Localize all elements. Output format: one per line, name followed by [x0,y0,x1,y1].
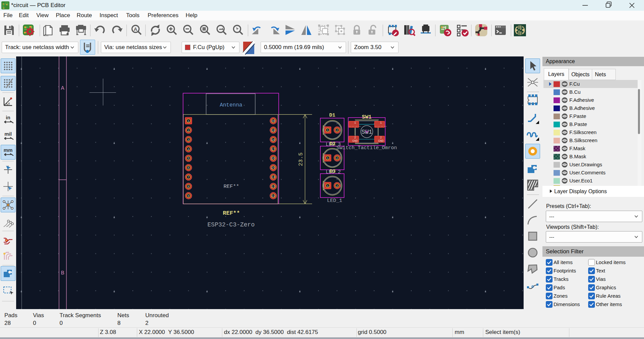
svg-text:M4 I14 VRL_R51: M4 I14 VRL_R51 [349,126,361,127]
svg-text:2: 2 [354,136,356,139]
svg-text:6: 6 [188,166,190,170]
svg-text:2: 2 [336,184,338,188]
svg-text:A: A [61,85,65,91]
svg-text:B: B [61,270,64,276]
svg-text:1: 1 [188,119,190,123]
svg-text:3: 3 [188,138,190,142]
svg-text:LED_1: LED_1 [327,198,342,204]
svg-text:8: 8 [188,185,190,188]
svg-text:26: 26 [271,157,275,160]
svg-text:2: 2 [188,129,190,132]
svg-text:25: 25 [271,166,275,170]
svg-text:27: 27 [271,147,275,151]
svg-text:1: 1 [380,121,382,125]
svg-text:ESP32-C3-Zero: ESP32-C3-Zero [207,221,255,228]
svg-text:D3: D3 [330,169,336,174]
svg-text:2: 2 [380,136,382,139]
svg-text:SW1: SW1 [362,114,372,120]
svg-text:REF**: REF** [224,183,239,189]
svg-text:θ: θ [8,102,10,105]
svg-text:mil: mil [4,131,12,137]
svg-text:24: 24 [271,175,275,179]
svg-text:M4 I14 VRL_R51: M4 I14 VRL_R51 [375,126,387,127]
svg-text:Antenna: Antenna [220,102,242,108]
svg-text:2: 2 [336,156,338,160]
svg-text:mm: mm [4,147,13,153]
svg-text:4: 4 [188,147,190,151]
svg-text:1: 1 [327,184,329,188]
svg-text:23.5: 23.5 [298,153,304,166]
svg-text:29: 29 [271,129,275,132]
svg-text:GND: GND [378,139,383,143]
svg-text:23: 23 [271,185,275,188]
svg-text:2: 2 [336,128,338,132]
svg-text:5: 5 [188,157,190,160]
svg-text:1: 1 [327,156,329,160]
svg-text:30: 30 [271,119,275,123]
svg-text:in: in [6,115,10,120]
svg-text:7: 7 [188,175,190,179]
svg-text:9: 9 [188,194,190,198]
svg-text:D2: D2 [330,141,336,147]
svg-text:1: 1 [327,128,329,132]
svg-text:28: 28 [271,138,275,142]
svg-text:D1: D1 [329,113,335,118]
svg-text:GND: GND [352,139,358,143]
svg-text:22: 22 [271,194,275,198]
svg-text:Switch_Tactile_Omron: Switch_Tactile_Omron [336,145,397,151]
svg-text:REF**: REF** [223,210,240,216]
svg-text:1: 1 [354,121,356,125]
svg-text:A: A [134,26,138,32]
